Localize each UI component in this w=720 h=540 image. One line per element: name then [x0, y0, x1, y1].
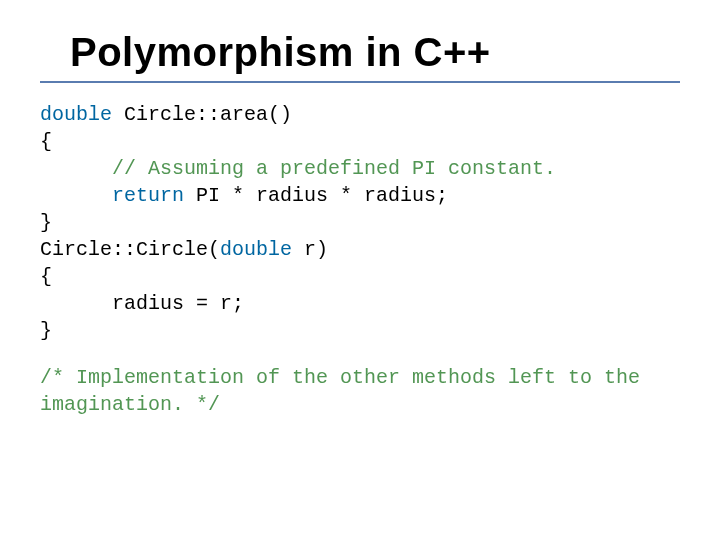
comment: // Assuming a predefined PI constant. — [112, 157, 556, 180]
code-block: double Circle::area() { // Assuming a pr… — [40, 101, 680, 418]
title-underline — [40, 81, 680, 83]
code-text: PI * radius * radius; — [184, 184, 448, 207]
blank-line — [40, 344, 680, 364]
keyword-return: return — [112, 184, 184, 207]
code-text: } — [40, 319, 52, 342]
code-text: { — [40, 130, 52, 153]
code-indent — [40, 184, 112, 207]
comment: /* Implementation of the other methods l… — [40, 366, 640, 389]
keyword-double: double — [220, 238, 292, 261]
code-text: { — [40, 265, 52, 288]
code-text: Circle::Circle( — [40, 238, 220, 261]
code-indent — [40, 157, 112, 180]
slide-title: Polymorphism in C++ — [70, 30, 680, 75]
code-text: } — [40, 211, 52, 234]
code-text: Circle::area() — [112, 103, 292, 126]
slide: Polymorphism in C++ double Circle::area(… — [0, 0, 720, 540]
keyword-double: double — [40, 103, 112, 126]
comment: imagination. */ — [40, 393, 220, 416]
code-text: r) — [292, 238, 328, 261]
code-indent — [40, 292, 112, 315]
code-text: radius = r; — [112, 292, 244, 315]
